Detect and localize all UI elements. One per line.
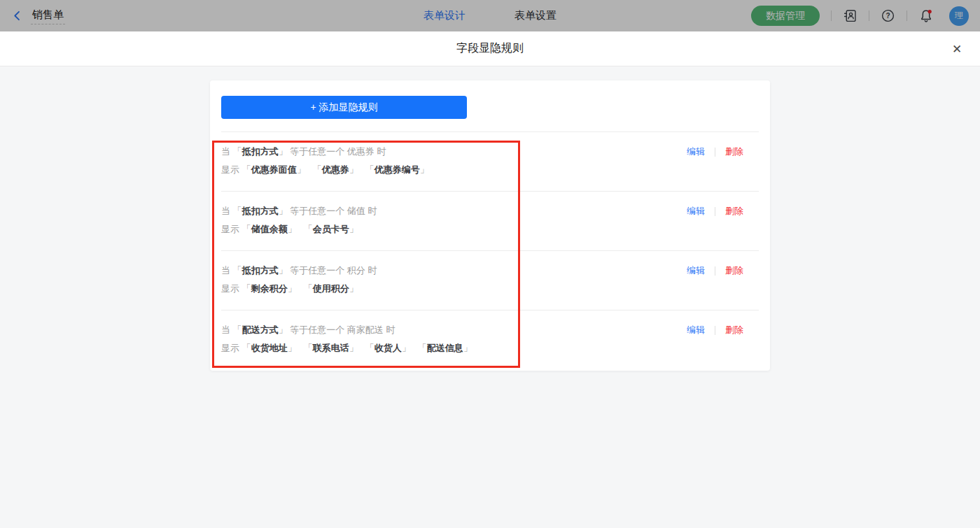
- rules-card: + 添加显隐规则 当 「抵扣方式」 等于任意一个 优惠券 时 显示 「优惠券面值…: [210, 80, 770, 371]
- rule-condition: 当 「抵扣方式」 等于任意一个 积分 时: [221, 262, 377, 280]
- action-divider: [715, 148, 715, 157]
- rule-text: 当 「抵扣方式」 等于任意一个 积分 时 显示 「剩余积分」「使用积分」: [221, 262, 377, 298]
- add-rule-button[interactable]: + 添加显隐规则: [221, 96, 467, 119]
- condition-field: 抵扣方式: [242, 265, 279, 276]
- rule-row: 当 「抵扣方式」 等于任意一个 储值 时 显示 「储值余额」「会员卡号」 编辑 …: [221, 191, 759, 250]
- shown-field: 「联系电话」: [304, 343, 358, 353]
- rule-text: 当 「抵扣方式」 等于任意一个 储值 时 显示 「储值余额」「会员卡号」: [221, 202, 377, 238]
- question-mark: ?: [886, 12, 890, 20]
- modal-body: + 添加显隐规则 当 「抵扣方式」 等于任意一个 优惠券 时 显示 「优惠券面值…: [0, 66, 980, 528]
- rule-text: 当 「抵扣方式」 等于任意一个 优惠券 时 显示 「优惠券面值」「优惠券」「优惠…: [221, 143, 436, 179]
- shown-field: 「会员卡号」: [304, 224, 358, 234]
- contacts-icon[interactable]: [843, 8, 858, 23]
- rules-list: 当 「抵扣方式」 等于任意一个 优惠券 时 显示 「优惠券面值」「优惠券」「优惠…: [221, 131, 759, 369]
- rule-delete-button[interactable]: 删除: [725, 145, 743, 158]
- rule-display: 显示 「优惠券面值」「优惠券」「优惠券编号」: [221, 161, 436, 179]
- shown-field: 「使用积分」: [304, 283, 358, 294]
- rule-delete-button[interactable]: 删除: [725, 205, 743, 217]
- user-avatar[interactable]: 理: [949, 6, 969, 26]
- data-manage-button[interactable]: 数据管理: [751, 6, 820, 26]
- rule-row: 当 「配送方式」 等于任意一个 商家配送 时 显示 「收货地址」「联系电话」「收…: [221, 310, 759, 369]
- notification-bell-icon[interactable]: [918, 8, 934, 24]
- rule-display: 显示 「收货地址」「联系电话」「收货人」「配送信息」: [221, 339, 479, 357]
- rule-condition: 当 「抵扣方式」 等于任意一个 优惠券 时: [221, 143, 436, 161]
- page: 销售单 表单设计 表单设置 数据管理 ?: [0, 0, 980, 528]
- shown-field: 「配送信息」: [418, 343, 472, 353]
- action-divider: [715, 207, 715, 216]
- form-title[interactable]: 销售单: [31, 8, 65, 24]
- divider: [906, 10, 907, 21]
- rule-condition: 当 「抵扣方式」 等于任意一个 储值 时: [221, 202, 377, 220]
- rule-actions: 编辑 删除: [687, 321, 759, 339]
- action-divider: [715, 266, 715, 276]
- help-icon[interactable]: ?: [881, 8, 895, 23]
- shown-field: 「优惠券面值」: [242, 164, 306, 175]
- notification-badge: [927, 9, 931, 13]
- shown-field: 「优惠券」: [313, 164, 358, 175]
- action-divider: [715, 326, 715, 335]
- condition-field: 配送方式: [242, 324, 279, 335]
- rule-actions: 编辑 删除: [687, 202, 759, 220]
- rule-condition: 当 「配送方式」 等于任意一个 商家配送 时: [221, 321, 479, 339]
- add-rule-row: + 添加显隐规则: [210, 80, 770, 131]
- tab-form-settings[interactable]: 表单设置: [514, 9, 556, 22]
- divider: [869, 10, 869, 21]
- shown-field: 「收货人」: [365, 343, 411, 353]
- rule-row: 当 「抵扣方式」 等于任意一个 积分 时 显示 「剩余积分」「使用积分」 编辑 …: [221, 250, 759, 310]
- condition-field: 抵扣方式: [242, 146, 279, 157]
- rule-delete-button[interactable]: 删除: [725, 264, 743, 277]
- rule-edit-button[interactable]: 编辑: [687, 205, 705, 217]
- topbar-right: 数据管理 ?: [751, 6, 969, 26]
- shown-field: 「储值余额」: [242, 224, 297, 234]
- rule-display: 显示 「储值余额」「会员卡号」: [221, 220, 377, 238]
- divider: [831, 10, 832, 21]
- rule-actions: 编辑 删除: [687, 143, 759, 161]
- modal-title: 字段显隐规则: [456, 41, 524, 56]
- shown-field: 「剩余积分」: [242, 283, 297, 294]
- rule-row: 当 「抵扣方式」 等于任意一个 优惠券 时 显示 「优惠券面值」「优惠券」「优惠…: [221, 131, 759, 191]
- rule-edit-button[interactable]: 编辑: [687, 324, 705, 336]
- back-button[interactable]: [11, 10, 23, 22]
- rule-edit-button[interactable]: 编辑: [687, 145, 705, 158]
- shown-field: 「优惠券编号」: [365, 164, 429, 175]
- rule-actions: 编辑 删除: [687, 262, 759, 280]
- topbar: 销售单 表单设计 表单设置 数据管理 ?: [0, 0, 980, 31]
- rule-delete-button[interactable]: 删除: [725, 324, 743, 336]
- tab-form-design[interactable]: 表单设计: [424, 9, 465, 22]
- rule-edit-button[interactable]: 编辑: [687, 264, 705, 277]
- topbar-left: 销售单: [11, 8, 65, 24]
- rule-display: 显示 「剩余积分」「使用积分」: [221, 280, 377, 298]
- chevron-left-icon: [11, 10, 23, 22]
- shown-field: 「收货地址」: [242, 343, 297, 353]
- modal-header: 字段显隐规则 ✕: [0, 31, 980, 66]
- condition-field: 抵扣方式: [242, 206, 279, 216]
- topbar-tabs: 表单设计 表单设置: [424, 0, 556, 31]
- rule-text: 当 「配送方式」 等于任意一个 商家配送 时 显示 「收货地址」「联系电话」「收…: [221, 321, 479, 357]
- close-icon[interactable]: ✕: [949, 41, 965, 56]
